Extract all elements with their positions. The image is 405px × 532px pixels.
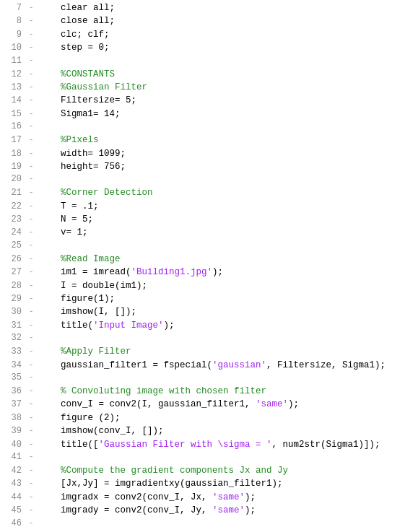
code-line: 43- [Jx,Jy] = imgradientxy(gaussian_filt… (0, 477, 405, 490)
line-number: 27 (0, 266, 26, 279)
line-number: 32 (0, 332, 26, 344)
line-number: 22 (0, 201, 26, 213)
code-segment: imgradx = conv2(conv_I, Jx, (39, 492, 212, 502)
line-dash: - (26, 266, 36, 279)
code-segment: title([ (39, 440, 99, 450)
code-segment: 'Input Image' (93, 320, 164, 331)
line-number: 25 (0, 240, 26, 252)
code-segment: ); (212, 267, 223, 277)
code-line: 34- gaussian_filter1 = fspecial('gaussia… (0, 359, 405, 372)
code-segment: 'gaussian' (212, 360, 266, 370)
line-code: T = .1; (36, 200, 405, 213)
code-line: 40- title(['Gaussian Filter with \sigma … (0, 438, 405, 451)
line-code: gaussian_filter1 = fspecial('gaussian', … (36, 359, 405, 372)
code-line: 32- (0, 332, 405, 345)
line-code: %CONSTANTS (36, 68, 405, 81)
line-number: 23 (0, 214, 26, 226)
code-segment: close all; (39, 16, 115, 26)
code-segment: %Apply Filter (61, 346, 131, 357)
code-line: 25- (0, 240, 405, 253)
line-code: %Corner Detection (36, 186, 405, 199)
line-dash: - (26, 95, 36, 107)
line-dash: - (26, 492, 36, 504)
line-number: 21 (0, 187, 26, 199)
code-segment: T = .1; (39, 201, 99, 212)
line-number: 8 (0, 15, 26, 27)
line-number: 34 (0, 359, 26, 372)
line-number: 18 (0, 148, 26, 160)
line-code: I = double(im1); (36, 279, 405, 292)
code-line: 20- (0, 173, 405, 186)
line-dash: - (26, 69, 36, 81)
line-number: 26 (0, 253, 26, 266)
line-dash: - (26, 134, 36, 147)
code-line: 46- (0, 518, 405, 531)
code-segment (39, 466, 61, 476)
code-line: 21- %Corner Detection (0, 186, 405, 199)
code-segment: Sigma1= 14; (39, 109, 121, 119)
code-segment (39, 254, 61, 264)
code-segment: 'same' (212, 505, 245, 515)
line-code: title(['Gaussian Filter with \sigma = ',… (36, 438, 405, 451)
line-dash: - (26, 293, 36, 305)
line-dash: - (26, 108, 36, 121)
line-dash: - (26, 240, 36, 252)
code-segment (39, 188, 61, 198)
line-code: im1 = imread('Building1.jpg'); (36, 266, 405, 279)
code-line: 35- (0, 372, 405, 385)
code-editor: 7- clear all;8- close all;9- clc; clf;10… (0, 0, 405, 532)
line-code: title('Input Image'); (36, 319, 405, 332)
code-segment: I = double(im1); (39, 281, 147, 291)
code-line: 8- close all; (0, 14, 405, 27)
line-number: 46 (0, 518, 26, 530)
code-line: 10- step = 0; (0, 41, 405, 54)
code-line: 7- clear all; (0, 1, 405, 14)
code-line: 14- Filtersize= 5; (0, 94, 405, 107)
code-line: 41- (0, 451, 405, 464)
line-number: 31 (0, 320, 26, 332)
code-line: 15- Sigma1= 14; (0, 108, 405, 121)
code-line: 36- % Convoluting image with chosen filt… (0, 385, 405, 398)
code-segment: figure(1); (39, 294, 115, 304)
line-dash: - (26, 346, 36, 358)
code-segment: title( (39, 320, 93, 331)
code-line: 29- figure(1); (0, 292, 405, 305)
line-code: step = 0; (36, 41, 405, 54)
line-dash: - (26, 465, 36, 477)
code-line: 42- %Compute the gradient components Jx … (0, 464, 405, 477)
code-line: 31- title('Input Image'); (0, 319, 405, 332)
line-dash: - (26, 214, 36, 226)
code-line: 22- T = .1; (0, 200, 405, 213)
code-line: 33- %Apply Filter (0, 345, 405, 358)
line-code: close all; (36, 14, 405, 27)
line-code: imgradx = conv2(conv_I, Jx, 'same'); (36, 491, 405, 504)
line-code: Sigma1= 14; (36, 108, 405, 121)
code-segment: ); (245, 505, 256, 515)
code-segment: width= 1099; (39, 149, 126, 159)
line-code: %Gaussian Filter (36, 81, 405, 94)
line-code: v= 1; (36, 226, 405, 239)
code-segment (39, 346, 61, 357)
code-segment (39, 82, 61, 92)
line-dash: - (26, 412, 36, 424)
line-number: 43 (0, 478, 26, 490)
code-line: 19- height= 756; (0, 160, 405, 173)
code-segment: v= 1; (39, 227, 88, 237)
line-code: % Convoluting image with chosen filter (36, 385, 405, 398)
code-line: 28- I = double(im1); (0, 279, 405, 292)
code-segment: %Corner Detection (61, 188, 153, 198)
line-number: 7 (0, 2, 26, 14)
line-dash: - (26, 42, 36, 54)
line-number: 39 (0, 425, 26, 437)
code-line: 26- %Read Image (0, 253, 405, 266)
line-dash: - (26, 478, 36, 490)
code-segment: ); (164, 320, 175, 331)
code-line: 17- %Pixels (0, 134, 405, 147)
code-segment: , num2str(Sigma1)]); (272, 440, 380, 450)
line-number: 14 (0, 95, 26, 107)
code-segment: imshow(conv_I, []); (39, 426, 164, 436)
line-number: 17 (0, 134, 26, 147)
code-segment: %Pixels (61, 135, 99, 145)
code-segment: % Convoluting image with chosen filter (61, 386, 266, 396)
line-code: height= 756; (36, 160, 405, 173)
